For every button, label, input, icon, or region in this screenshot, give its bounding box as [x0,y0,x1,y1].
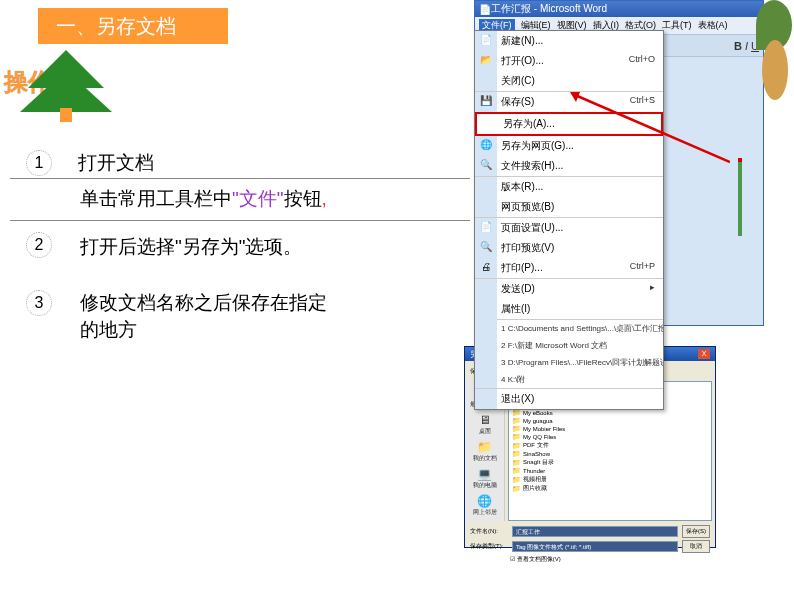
section-title-text: 一、另存文档 [56,13,176,40]
view-checkbox[interactable]: ☑ 查看文档图像(V) [470,555,710,564]
menu-item[interactable]: 关闭(C) [475,71,663,91]
step-3-text: 修改文档名称之后保存在指定的地方 [80,290,340,343]
leaf-decoration [754,0,794,120]
file-item[interactable]: 📁SinaShow [511,450,568,458]
cancel-button[interactable]: 取消 [682,540,710,553]
side-bar-decoration [738,158,742,236]
file-item[interactable]: 📁Thunder [511,467,568,475]
step-2-text: 打开后选择"另存为"选项。 [80,234,303,260]
menu-item[interactable]: 发送(D)▸ [475,278,663,299]
step-1b-text: 单击常用工具栏中"文件"按钮, [80,186,327,212]
menu-item[interactable]: 💾保存(S)Ctrl+S [475,91,663,112]
recent-file[interactable]: 4 K:\附 [475,371,663,388]
toolbar-bold[interactable]: B [734,40,742,52]
file-item[interactable]: 📁视频相册 [511,475,568,484]
menu-item[interactable]: 版本(R)... [475,176,663,197]
recent-file[interactable]: 1 C:\Documents and Settings\...\桌面\工作汇报 [475,320,663,337]
file-item[interactable]: 📁My QQ Files [511,433,568,441]
file-item[interactable]: 📁SnagIt 目录 [511,458,568,467]
menu-item[interactable]: 另存为(A)... [475,112,663,136]
menu-item-exit[interactable]: 退出(X) [475,388,663,409]
filetype-dropdown[interactable]: Tag 图像文件格式 (*.tif; *.tiff) [512,541,678,552]
menu-item[interactable]: 🔍文件搜索(H)... [475,156,663,176]
word-title-text: 工作汇报 - Microsoft Word [491,2,607,16]
section-title: 一、另存文档 [38,8,228,44]
step-number-3: 3 [26,290,52,316]
sidebar-location[interactable]: 🌐网上邻居 [465,492,504,519]
recent-file[interactable]: 3 D:\Program Files\...\FileRecv\回零计划解题讲话 [475,354,663,371]
close-button[interactable]: X [698,349,710,359]
filename-input[interactable]: 汇报工作 [512,526,678,537]
menu-item[interactable]: 工具(T) [662,19,692,32]
menu-item[interactable]: 📄新建(N)... [475,31,663,51]
menu-item[interactable]: 📂打开(O)...Ctrl+O [475,51,663,71]
step-number-2: 2 [26,232,52,258]
menu-item[interactable]: 📄页面设置(U)... [475,217,663,238]
file-item[interactable]: 📁My eBooks [511,409,568,417]
sidebar-location[interactable]: 💻我的电脑 [465,465,504,492]
menu-item[interactable]: 🖨打印(P)...Ctrl+P [475,258,663,278]
recent-file[interactable]: 2 F:\新建 Microsoft Word 文档 [475,337,663,354]
sidebar-location[interactable]: 📁我的文档 [465,438,504,465]
divider [10,220,470,221]
divider [10,178,470,179]
save-button[interactable]: 保存(S) [682,525,710,538]
step-number-1: 1 [26,150,52,176]
filetype-label: 保存类型(T): [470,542,508,551]
step-1-text: 打开文档 [78,150,154,176]
menu-item[interactable]: 网页预览(B) [475,197,663,217]
menu-item[interactable]: 🌐另存为网页(G)... [475,136,663,156]
file-item[interactable]: 📁My guagua [511,417,568,425]
file-menu-dropdown: 📄新建(N)...📂打开(O)...Ctrl+O关闭(C)💾保存(S)Ctrl+… [474,30,664,410]
sidebar-location[interactable]: 🖥桌面 [465,411,504,438]
menu-item[interactable]: 属性(I) [475,299,663,319]
menu-item[interactable]: 🔍打印预览(V) [475,238,663,258]
file-item[interactable]: 📁PDF 文件 [511,441,568,450]
word-titlebar: 📄 工作汇报 - Microsoft Word [475,1,763,17]
menu-item[interactable]: 表格(A) [698,19,728,32]
file-item[interactable]: 📁My Mobier Files [511,425,568,433]
filename-label: 文件名(N): [470,527,508,536]
toolbar-italic[interactable]: I [745,40,748,52]
file-item[interactable]: 📁图片收藏 [511,484,568,493]
